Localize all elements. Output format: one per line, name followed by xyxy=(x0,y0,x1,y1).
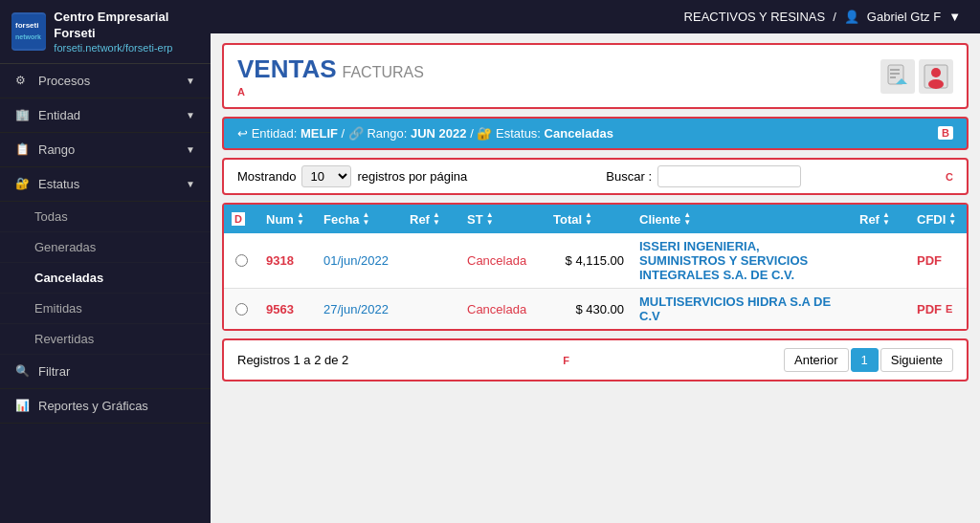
sort-icon-cfdi: ▲▼ xyxy=(948,211,956,227)
sidebar-sub-emitidas[interactable]: Emitidas xyxy=(0,294,211,324)
document-icon xyxy=(884,63,911,90)
td-cfdi-1[interactable]: PDF xyxy=(909,233,967,288)
table-header: D Num ▲▼ Fecha ▲▼ Ref ▲▼ ST ▲▼ xyxy=(224,205,967,233)
current-page-button[interactable]: 1 xyxy=(851,348,879,372)
table-row: 9563 27/jun/2022 Cancelada $ 430.00 MULT… xyxy=(224,289,967,329)
td-cliente-2: MULTISERVICIOS HIDRA S.A DE C.V xyxy=(632,289,852,329)
td-ref2-1 xyxy=(852,233,909,288)
export-icon-btn[interactable] xyxy=(880,59,915,94)
td-cfdi-2[interactable]: PDF E xyxy=(909,289,967,329)
sort-icon-total: ▲▼ xyxy=(585,211,592,227)
td-radio-2[interactable] xyxy=(224,289,258,329)
th-st[interactable]: ST ▲▼ xyxy=(459,205,546,233)
td-radio-1[interactable] xyxy=(224,233,258,288)
pagination-controls: Anterior 1 Siguiente xyxy=(784,348,953,372)
th-d-label: D xyxy=(224,206,258,232)
svg-text:forseti: forseti xyxy=(15,21,38,30)
sidebar-item-procesos[interactable]: ⚙ Procesos ▼ xyxy=(0,64,211,98)
entidad-value[interactable]: MELIF xyxy=(301,126,338,141)
section-label-f: F xyxy=(563,355,569,366)
td-total-1: $ 4,115.00 xyxy=(546,233,632,288)
sidebar-item-entidad[interactable]: 🏢 Entidad ▼ xyxy=(0,98,211,133)
svg-rect-0 xyxy=(11,14,46,49)
list-icon: 📋 xyxy=(15,142,31,156)
td-ref-1 xyxy=(402,233,459,288)
sidebar-item-rango[interactable]: 📋 Rango ▼ xyxy=(0,133,211,167)
chart-icon: 📊 xyxy=(15,399,31,412)
th-num[interactable]: Num ▲▼ xyxy=(258,205,316,233)
svg-rect-6 xyxy=(890,76,896,78)
td-num-1: 9318 xyxy=(258,233,316,288)
slash-divider: / xyxy=(833,10,836,24)
th-fecha[interactable]: Fecha ▲▼ xyxy=(316,205,402,233)
svg-point-9 xyxy=(931,68,941,77)
rango-value[interactable]: JUN 2022 xyxy=(411,126,467,141)
data-table: D Num ▲▼ Fecha ▲▼ Ref ▲▼ ST ▲▼ xyxy=(222,203,969,331)
th-cliente[interactable]: Cliente ▲▼ xyxy=(632,205,852,233)
sidebar-sub-revertidas[interactable]: Revertidas xyxy=(0,324,211,355)
td-ref2-2 xyxy=(852,289,909,329)
company-division: REACTIVOS Y RESINAS xyxy=(684,10,826,24)
section-label-a: A xyxy=(237,86,424,98)
row-radio-1[interactable] xyxy=(235,254,248,267)
td-fecha-2: 27/jun/2022 xyxy=(316,289,402,329)
td-num-2: 9563 xyxy=(258,289,316,329)
estatus-value[interactable]: Canceladas xyxy=(545,126,613,141)
controls-right: Buscar : xyxy=(606,165,801,187)
sidebar-item-filtrar[interactable]: 🔍 Filtrar xyxy=(0,355,211,389)
person-icon-btn[interactable] xyxy=(919,59,953,94)
svg-rect-5 xyxy=(890,73,900,75)
controls-bar: Mostrando 10 25 50 100 registros por pág… xyxy=(222,158,969,195)
td-st-1: Cancelada xyxy=(459,233,546,288)
section-label-c: C xyxy=(946,171,953,183)
user-icon: 👤 xyxy=(844,10,859,24)
sidebar-item-rango-label: Rango xyxy=(38,142,75,157)
chevron-down-icon-2: ▼ xyxy=(186,110,195,120)
records-label: registros por página xyxy=(357,169,467,184)
sidebar-item-estatus-label: Estatus xyxy=(38,177,79,191)
chevron-down-icon: ▼ xyxy=(186,76,195,86)
page-icons xyxy=(880,59,953,94)
prev-page-button[interactable]: Anterior xyxy=(784,348,849,372)
chevron-down-icon-3: ▼ xyxy=(186,144,195,155)
filter-arrow-icon: ↩ xyxy=(237,126,252,141)
sort-icon-ref: ▲▼ xyxy=(433,211,440,227)
filter-icon: 🔍 xyxy=(15,364,31,378)
sidebar-header: forseti network Centro Empresarial Forse… xyxy=(0,0,211,64)
topbar: REACTIVOS Y RESINAS / 👤 Gabriel Gtz F ▼ xyxy=(211,0,980,33)
section-label-b: B xyxy=(938,126,953,140)
th-total[interactable]: Total ▲▼ xyxy=(546,205,632,233)
per-page-select[interactable]: 10 25 50 100 xyxy=(301,165,351,187)
search-input[interactable] xyxy=(657,165,801,187)
th-cfdi[interactable]: CFDI ▲▼ xyxy=(909,205,967,233)
row-radio-2[interactable] xyxy=(235,303,248,316)
chevron-down-icon-4: ▼ xyxy=(186,179,195,189)
sidebar-sub-todas[interactable]: Todas xyxy=(0,202,211,232)
sort-icon-st: ▲▼ xyxy=(486,211,494,227)
sidebar-item-procesos-label: Procesos xyxy=(38,74,90,88)
page-title-sub: FACTURAS xyxy=(343,64,424,81)
rango-label: Rango: xyxy=(367,126,411,141)
sidebar-sub-canceladas[interactable]: Canceladas xyxy=(0,263,211,294)
link-icon: 🔗 xyxy=(348,126,368,141)
main-panel: REACTIVOS Y RESINAS / 👤 Gabriel Gtz F ▼ … xyxy=(211,0,980,523)
signin-icon: 🔐 xyxy=(477,126,496,141)
controls-left: Mostrando 10 25 50 100 registros por pág… xyxy=(237,165,467,187)
page-title-main: VENTAS xyxy=(237,54,337,84)
th-ref2[interactable]: Ref ▲▼ xyxy=(852,205,909,233)
sidebar-item-reportes[interactable]: 📊 Reportes y Gráficas xyxy=(0,389,211,424)
filter-sep1: / xyxy=(342,126,348,141)
topbar-right: REACTIVOS Y RESINAS / 👤 Gabriel Gtz F ▼ xyxy=(684,10,961,24)
table-row: 9318 01/jun/2022 Cancelada $ 4,115.00 IS… xyxy=(224,233,967,289)
pagination-info: Registros 1 a 2 de 2 xyxy=(237,353,348,367)
main-content: VENTAS FACTURAS A xyxy=(211,33,980,523)
td-st-2: Cancelada xyxy=(459,289,546,329)
sidebar: forseti network Centro Empresarial Forse… xyxy=(0,0,211,523)
user-dropdown-arrow[interactable]: ▼ xyxy=(948,10,961,24)
sidebar-sub-generadas[interactable]: Generadas xyxy=(0,232,211,263)
sidebar-item-estatus[interactable]: 🔐 Estatus ▼ xyxy=(0,167,211,202)
user-name[interactable]: Gabriel Gtz F xyxy=(867,10,941,24)
estatus-label: Estatus: xyxy=(496,126,545,141)
next-page-button[interactable]: Siguiente xyxy=(880,348,953,372)
th-ref[interactable]: Ref ▲▼ xyxy=(402,205,459,233)
